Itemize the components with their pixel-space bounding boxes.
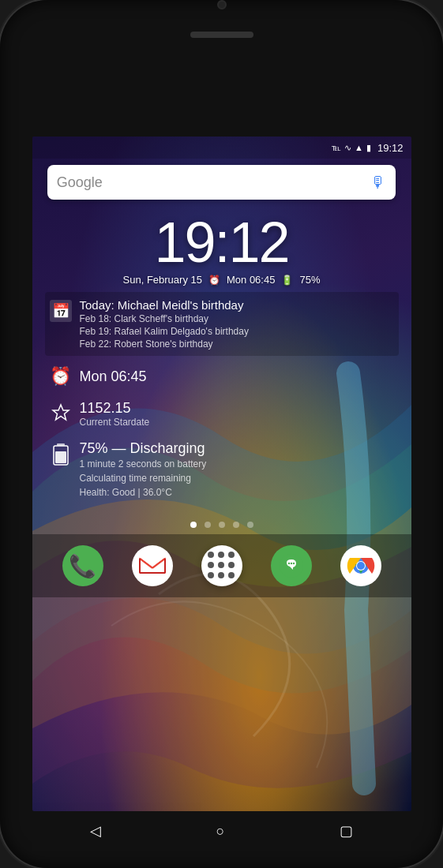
clock-battery-icon: 🔋 xyxy=(281,275,293,286)
apps-grid-icon xyxy=(208,552,236,580)
svg-point-12 xyxy=(287,563,289,564)
battery-status-text: 75% — Discharging xyxy=(80,440,394,457)
dock-gmail-app[interactable] xyxy=(132,545,173,586)
phone-app-icon: 📞 xyxy=(69,553,96,579)
calendar-entry-1: Feb 18: Clark Scheff's birthday xyxy=(80,313,394,324)
signal-icon: ▲ xyxy=(355,143,363,152)
stardate-label: Current Stardate xyxy=(80,417,150,428)
gmail-icon xyxy=(138,556,167,576)
recents-button[interactable]: ▢ xyxy=(324,814,369,847)
wifi-icon: ∿ xyxy=(344,143,351,153)
battery-info: 75% — Discharging 1 minute 2 seconds on … xyxy=(80,440,394,499)
alarm-icon-box: ⏰ xyxy=(50,365,72,387)
clock-widget: 19:12 Sun, February 15 ⏰ Mon 06:45 🔋 75% xyxy=(45,214,399,286)
page-dot-2[interactable] xyxy=(205,522,211,528)
alarm-time-display: Mon 06:45 xyxy=(80,369,147,385)
chrome-icon xyxy=(347,552,375,580)
status-icons: ℡ ∿ ▲ ▮ 19:12 xyxy=(332,142,403,154)
page-dot-1[interactable] xyxy=(190,522,197,528)
battery-detail-line1: 1 minute 2 seconds on battery xyxy=(80,457,394,471)
page-dot-4[interactable] xyxy=(233,522,239,528)
battery-widget[interactable]: 75% — Discharging 1 minute 2 seconds on … xyxy=(45,436,399,504)
hangouts-icon xyxy=(279,553,304,578)
back-button[interactable]: ◁ xyxy=(74,814,117,847)
page-dot-3[interactable] xyxy=(219,522,225,528)
dock-chrome-app[interactable] xyxy=(340,545,381,586)
alarm-bell-icon: ⏰ xyxy=(50,366,71,387)
stardate-value: 1152.15 xyxy=(80,400,150,417)
svg-marker-0 xyxy=(53,405,69,420)
svg-point-14 xyxy=(292,563,294,564)
clock-hour: 19 xyxy=(154,211,214,274)
phone-frame: ℡ ∿ ▲ ▮ 19:12 Google 🎙 19:12 Sun, Februa… xyxy=(0,0,443,868)
dock-hangouts-app[interactable] xyxy=(271,545,312,586)
app-dock: 📞 xyxy=(32,534,411,597)
page-indicator xyxy=(32,522,411,528)
status-bar: ℡ ∿ ▲ ▮ 19:12 xyxy=(32,137,411,159)
battery-level-icon xyxy=(53,443,69,466)
calendar-text: Today: Michael Meidl's birthday Feb 18: … xyxy=(80,298,394,350)
battery-icon: ▮ xyxy=(366,143,371,153)
clock-info-row: Sun, February 15 ⏰ Mon 06:45 🔋 75% xyxy=(45,274,399,286)
front-camera xyxy=(217,0,227,9)
clock-battery-percent: 75% xyxy=(299,274,320,286)
earpiece-speaker xyxy=(190,32,253,38)
battery-detail-line2: Calculating time remaining xyxy=(80,471,394,485)
alarm-clock-icon: ⏰ xyxy=(208,275,220,286)
stardate-info: 1152.15 Current Stardate xyxy=(80,400,150,428)
page-dot-5[interactable] xyxy=(247,522,253,528)
search-google-logo: Google xyxy=(57,174,371,191)
star-trek-icon xyxy=(51,403,70,422)
battery-icon-box xyxy=(50,442,72,467)
stardate-icon-box xyxy=(50,402,72,424)
calendar-entry-3: Feb 22: Robert Stone's birthday xyxy=(80,339,394,350)
search-bar[interactable]: Google 🎙 xyxy=(47,165,396,200)
svg-point-13 xyxy=(290,563,291,564)
clock-time: 19:12 xyxy=(45,214,399,271)
alarm-widget[interactable]: ⏰ Mon 06:45 xyxy=(45,361,399,392)
calendar-widget[interactable]: 📅 Today: Michael Meidl's birthday Feb 18… xyxy=(45,292,399,356)
svg-point-18 xyxy=(357,562,365,570)
stardate-widget[interactable]: 1152.15 Current Stardate xyxy=(45,395,399,432)
navigation-bar: ◁ ○ ▢ xyxy=(32,811,411,851)
dock-phone-app[interactable]: 📞 xyxy=(62,545,103,586)
dock-apps-button[interactable] xyxy=(201,545,242,586)
phone-screen: ℡ ∿ ▲ ▮ 19:12 Google 🎙 19:12 Sun, Februa… xyxy=(32,137,411,811)
calendar-entry-2: Feb 19: Rafael Kalim Delgado's birthday xyxy=(80,326,394,337)
main-content: 19:12 Sun, February 15 ⏰ Mon 06:45 🔋 75%… xyxy=(32,206,411,515)
clock-colon: : xyxy=(214,211,228,274)
svg-rect-3 xyxy=(55,451,66,463)
clock-date: Sun, February 15 xyxy=(123,274,202,286)
clock-alarm-time: Mon 06:45 xyxy=(227,274,275,286)
battery-detail-line3: Health: Good | 36.0°C xyxy=(80,485,394,499)
calendar-today-event: Today: Michael Meidl's birthday xyxy=(80,298,394,312)
clock-minute: 12 xyxy=(229,211,289,274)
calendar-icon: 📅 xyxy=(52,302,69,320)
status-time: 19:12 xyxy=(377,142,404,154)
voice-search-icon[interactable]: 🎙 xyxy=(370,174,386,192)
home-button[interactable]: ○ xyxy=(201,815,241,847)
bluetooth-icon: ℡ xyxy=(332,143,341,153)
calendar-icon-box: 📅 xyxy=(50,300,72,322)
